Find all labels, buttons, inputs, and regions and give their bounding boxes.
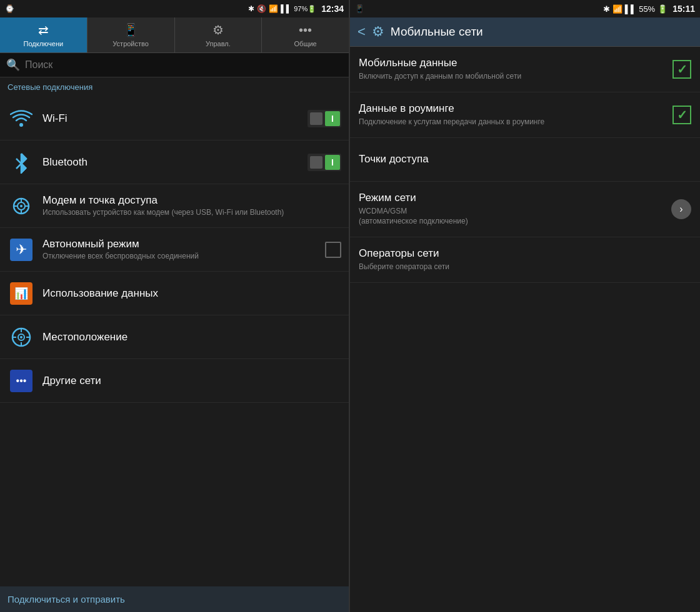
other-networks-icon-container: ••• [8, 367, 35, 395]
data-usage-icon: 📊 [10, 282, 32, 305]
other-networks-title: Другие сети [42, 375, 341, 387]
data-usage-title: Использование данных [42, 287, 341, 300]
settings-item-modem[interactable]: Модем и точка доступа Использовать устро… [0, 184, 349, 228]
location-title: Местоположение [42, 331, 341, 343]
settings-item-other-networks[interactable]: ••• Другие сети [0, 359, 349, 403]
wifi-text: Wi-Fi [42, 112, 308, 125]
bottom-bar-label: Подключиться и отправить [8, 594, 125, 605]
operators-title: Операторы сети [359, 247, 691, 260]
location-text: Местоположение [42, 331, 341, 343]
airplane-text: Автономный режим Отключение всех беспров… [42, 238, 325, 262]
search-input[interactable] [25, 59, 342, 71]
mute-status-icon: 🔇 [257, 4, 266, 13]
tab-device-label: Устройство [112, 40, 149, 47]
watch-icon: ⌚ [5, 4, 14, 13]
modem-text: Модем и точка доступа Использовать устро… [42, 194, 341, 218]
access-points-text: Точки доступа [359, 153, 691, 165]
toggle-off-side-bt [310, 156, 322, 169]
checkmark-icon: ✓ [677, 62, 688, 77]
airplane-title: Автономный режим [42, 238, 325, 250]
mobile-data-checkmark[interactable]: ✓ [672, 60, 691, 79]
toggle-on-indicator-bt: I [325, 155, 340, 170]
header-title: Мобильные сети [391, 25, 483, 39]
settings-item-airplane[interactable]: ✈ Автономный режим Отключение всех беспр… [0, 228, 349, 272]
left-status-left: ⌚ [5, 4, 14, 13]
network-mode-subtitle: WCDMA/GSM(автоматическое подключение) [359, 206, 671, 227]
airplane-icon: ✈ [10, 239, 32, 261]
right-status-left: 📱 [355, 4, 364, 13]
chevron-icon: › [679, 204, 682, 215]
gear-icon: ⚙ [372, 24, 384, 40]
general-icon: ••• [299, 23, 312, 37]
right-status-bar: 📱 ✱ 📶 ▌▌ 55% 🔋 15:11 [350, 0, 700, 17]
toggle-on-indicator: I [325, 111, 340, 126]
battery-percent-left: 97% [294, 5, 308, 12]
data-usage-text: Использование данных [42, 287, 341, 300]
toggle-off-side [310, 112, 322, 125]
other-networks-text: Другие сети [42, 375, 341, 387]
right-battery-icon: 🔋 [658, 4, 668, 14]
connections-icon: ⇄ [38, 22, 49, 37]
svg-point-6 [20, 336, 22, 338]
settings-item-data-usage[interactable]: 📊 Использование данных [0, 272, 349, 315]
right-signal-icon: ▌▌ [625, 4, 636, 14]
back-button[interactable]: < [358, 24, 366, 40]
wifi-icon-container [8, 105, 35, 132]
search-bar: 🔍 [0, 53, 349, 77]
battery-icon: 97% 🔋 [294, 5, 316, 13]
tab-connections[interactable]: ⇄ Подключени [0, 17, 88, 52]
svg-point-3 [20, 205, 22, 207]
roaming-title: Данные в роуминге [359, 102, 672, 115]
settings-item-mobile-data[interactable]: Мобильные данные Включить доступ к данны… [350, 47, 700, 92]
modem-icon [10, 195, 32, 217]
location-icon-container [8, 323, 35, 351]
modem-icon-container [8, 192, 35, 220]
mobile-data-subtitle: Включить доступ к данным по мобильной се… [359, 71, 672, 82]
operators-text: Операторы сети Выберите оператора сети [359, 247, 691, 272]
bluetooth-status-icon: ✱ [248, 4, 254, 13]
settings-item-operators[interactable]: Операторы сети Выберите оператора сети [350, 237, 700, 283]
roaming-subtitle: Подключение к услугам передачи данных в … [359, 117, 672, 127]
settings-item-location[interactable]: Местоположение [0, 315, 349, 359]
airplane-checkbox[interactable] [325, 242, 341, 258]
tab-device[interactable]: 📱 Устройство [88, 17, 175, 52]
settings-item-roaming[interactable]: Данные в роуминге Подключение к услугам … [350, 92, 700, 138]
data-usage-icon-container: 📊 [8, 280, 35, 307]
section-header-text: Сетевые подключения [8, 82, 92, 92]
settings-item-access-points[interactable]: Точки доступа [350, 138, 700, 182]
right-battery-percent: 55% [639, 4, 655, 14]
right-wifi-icon: 📶 [612, 4, 622, 14]
right-clock: 15:11 [672, 4, 695, 14]
right-status-right: ✱ 📶 ▌▌ 55% 🔋 15:11 [603, 4, 695, 14]
phone-icon: 📱 [355, 4, 364, 13]
wifi-title: Wi-Fi [42, 112, 308, 125]
settings-item-wifi[interactable]: Wi-Fi I [0, 97, 349, 141]
roaming-text: Данные в роуминге Подключение к услугам … [359, 102, 672, 127]
tab-manage[interactable]: ⚙ Управл. [175, 17, 262, 52]
roaming-checkmark[interactable]: ✓ [672, 106, 691, 124]
roaming-checkmark-icon: ✓ [677, 107, 688, 122]
wifi-status-icon: 📶 [269, 4, 278, 13]
settings-item-bluetooth[interactable]: Bluetooth I [0, 141, 349, 184]
bottom-bar[interactable]: Подключиться и отправить [0, 586, 349, 612]
left-panel: ⌚ ✱ 🔇 📶 ▌▌ 97% 🔋 12:34 ⇄ Подключени 📱 Ус… [0, 0, 350, 612]
right-panel: 📱 ✱ 📶 ▌▌ 55% 🔋 15:11 < ⚙ Мобильные сети … [350, 0, 700, 612]
mobile-data-title: Мобильные данные [359, 57, 672, 69]
tab-general-label: Общие [294, 40, 317, 47]
tab-general[interactable]: ••• Общие [262, 17, 349, 52]
device-icon: 📱 [123, 22, 139, 37]
tab-manage-label: Управл. [206, 40, 231, 47]
search-icon: 🔍 [6, 58, 20, 72]
airplane-icon-container: ✈ [8, 236, 35, 264]
tab-connections-label: Подключени [24, 40, 64, 47]
manage-icon: ⚙ [212, 22, 224, 37]
wifi-toggle[interactable]: I [308, 110, 341, 127]
settings-item-network-mode[interactable]: Режим сети WCDMA/GSM(автоматическое подк… [350, 182, 700, 238]
bluetooth-toggle[interactable]: I [308, 154, 341, 171]
wifi-icon [10, 107, 32, 130]
network-mode-title: Режим сети [359, 192, 671, 204]
signal-status-icon: ▌▌ [281, 4, 291, 13]
header-bar: < ⚙ Мобильные сети [350, 17, 700, 47]
network-mode-chevron[interactable]: › [671, 199, 691, 219]
bluetooth-title: Bluetooth [42, 156, 308, 169]
